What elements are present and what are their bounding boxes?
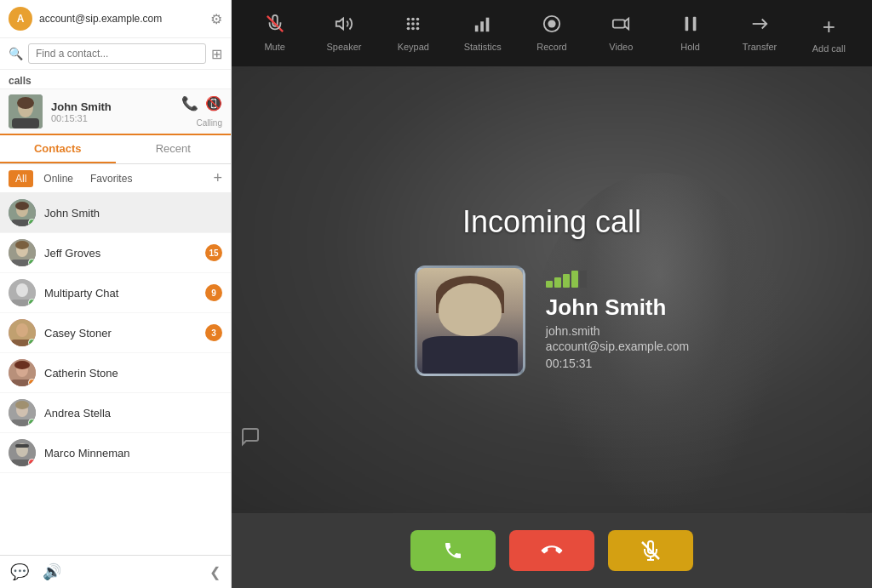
filter-favorites[interactable]: Favorites	[83, 170, 139, 187]
search-input[interactable]	[28, 43, 206, 64]
decline-button[interactable]	[509, 530, 594, 571]
call-actions-bar	[232, 513, 872, 588]
contact-item-john-smith[interactable]: John Smith	[0, 193, 231, 233]
caller-timer: 00:15:31	[546, 357, 689, 370]
caller-photo	[415, 265, 525, 376]
status-dot-jeff-groves	[28, 259, 36, 266]
signal-bar-4	[571, 271, 578, 288]
signal-bar-1	[546, 281, 553, 288]
contact-name-casey-stoner: Casey Stoner	[44, 327, 205, 340]
end-call-button[interactable]: 📵	[205, 95, 222, 111]
svg-point-35	[407, 22, 410, 26]
speaker-icon-tb	[335, 14, 353, 38]
contact-name-john-smith: John Smith	[44, 207, 222, 220]
hold-button[interactable]: Hold	[656, 8, 725, 59]
contact-item-jeff-groves[interactable]: Jeff Groves 15	[0, 233, 231, 273]
add-call-button[interactable]: + Add call	[795, 7, 863, 60]
contact-avatar-jeff-groves	[9, 239, 36, 266]
transfer-button[interactable]: Transfer	[725, 8, 794, 59]
video-button[interactable]: Video	[587, 8, 656, 59]
contact-item-andrea-stella[interactable]: Andrea Stella	[0, 393, 231, 433]
contact-avatar-multiparty-chat	[9, 279, 36, 306]
caller-name: John Smith	[546, 294, 689, 321]
record-label: Record	[536, 42, 566, 52]
call-time: 00:15:31	[51, 113, 181, 123]
caller-info-row: John Smith john.smith account@sip.exampl…	[415, 265, 689, 376]
contact-name-marco-minneman: Marco Minneman	[44, 447, 222, 460]
filter-all[interactable]: All	[9, 170, 33, 187]
transfer-icon	[750, 14, 769, 38]
signal-bar-5	[580, 271, 587, 288]
svg-point-25	[15, 401, 29, 409]
svg-point-13	[16, 283, 28, 297]
contact-avatar-andrea-stella	[9, 399, 36, 426]
hold-icon	[681, 14, 700, 38]
call-actions: 📞 📵 Calling	[181, 95, 222, 128]
chat-icon[interactable]: 💬	[10, 562, 29, 581]
svg-point-7	[15, 202, 29, 210]
badge-casey-stoner: 3	[205, 324, 222, 341]
svg-rect-29	[15, 444, 29, 448]
incoming-call-card: Incoming call	[415, 204, 689, 376]
caller-photo-inner	[417, 268, 523, 374]
svg-rect-42	[480, 21, 484, 31]
mute-button[interactable]: Mute	[240, 8, 309, 59]
call-info: John Smith 00:15:31	[51, 100, 181, 123]
collapse-panel-button[interactable]: ❮	[209, 564, 221, 580]
speaker-icon[interactable]: 🔊	[43, 562, 61, 581]
keypad-icon	[404, 14, 422, 38]
gear-icon[interactable]: ⚙	[210, 11, 222, 27]
record-button[interactable]: Record	[517, 8, 586, 59]
contact-avatar-casey-stoner	[9, 319, 36, 346]
tabs-row: Contacts Recent	[0, 135, 231, 164]
mute-label: Mute	[264, 42, 284, 52]
signal-bars	[546, 271, 689, 288]
svg-marker-31	[336, 19, 343, 30]
add-filter-button[interactable]: +	[213, 169, 222, 187]
keypad-button[interactable]: Keypad	[379, 8, 448, 59]
left-bottom-bar: 💬 🔊 ❮	[0, 555, 231, 588]
contact-item-multiparty-chat[interactable]: Multiparty Chat 9	[0, 273, 231, 313]
statistics-button[interactable]: Statistics	[448, 8, 517, 59]
signal-bar-3	[563, 274, 570, 288]
svg-rect-41	[474, 26, 478, 31]
toolbar: Mute Speaker Keypad	[232, 0, 872, 66]
call-name: John Smith	[51, 100, 181, 113]
call-area: Incoming call	[232, 66, 872, 513]
filter-online[interactable]: Online	[37, 170, 80, 187]
caller-details: John Smith john.smith account@sip.exampl…	[546, 271, 689, 370]
contact-item-marco-minneman[interactable]: Marco Minneman	[0, 433, 231, 473]
right-panel: Mute Speaker Keypad	[232, 0, 872, 588]
contact-name-andrea-stella: Andrea Stella	[44, 407, 222, 420]
account-header: A account@sip.example.com ⚙	[0, 0, 231, 38]
tab-recent[interactable]: Recent	[116, 135, 232, 163]
grid-icon[interactable]: ⊞	[211, 46, 222, 62]
mute-answer-button[interactable]	[608, 530, 693, 571]
answer-button[interactable]	[410, 530, 496, 571]
account-email: account@sip.example.com	[39, 13, 204, 25]
left-panel: A account@sip.example.com ⚙ 🔍 ⊞ calls Jo…	[0, 0, 232, 588]
mute-icon	[266, 14, 284, 38]
svg-rect-43	[485, 18, 489, 31]
svg-point-3	[17, 97, 34, 109]
call-avatar	[9, 94, 43, 128]
contact-avatar-catherin-stone	[9, 359, 36, 386]
contact-name-catherin-stone: Catherin Stone	[44, 367, 222, 380]
svg-rect-47	[685, 17, 688, 31]
active-call-item[interactable]: John Smith 00:15:31 📞 📵 Calling	[0, 89, 231, 135]
caller-account: account@sip.example.com	[546, 340, 689, 353]
answer-call-button[interactable]: 📞	[181, 95, 198, 111]
account-avatar: A	[9, 7, 32, 31]
statistics-icon	[473, 14, 492, 38]
contact-item-catherin-stone[interactable]: Catherin Stone	[0, 353, 231, 393]
chat-button[interactable]	[240, 426, 261, 452]
badge-multiparty-chat: 9	[205, 284, 222, 301]
tab-contacts[interactable]: Contacts	[0, 135, 116, 163]
svg-point-39	[411, 27, 415, 31]
call-avatar-img	[9, 94, 43, 128]
add-call-icon: +	[823, 14, 835, 40]
speaker-button[interactable]: Speaker	[309, 8, 378, 59]
svg-rect-46	[613, 20, 625, 27]
contact-item-casey-stoner[interactable]: Casey Stoner 3	[0, 313, 231, 353]
status-dot-casey-stoner	[28, 339, 36, 346]
